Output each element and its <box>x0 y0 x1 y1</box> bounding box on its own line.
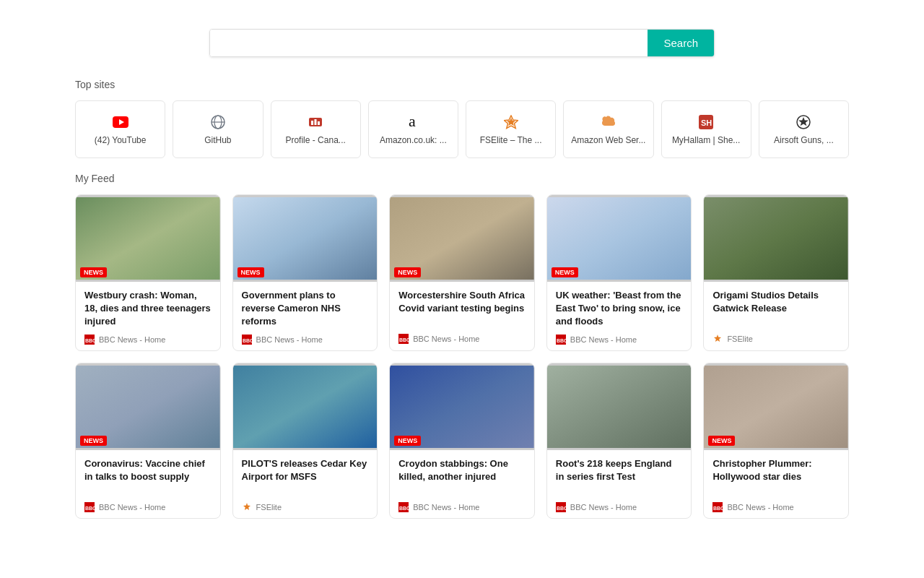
svg-marker-34 <box>243 503 250 510</box>
feed-card-card4[interactable]: NEWS UK weather: 'Beast from the East Tw… <box>546 194 692 351</box>
source-label-card9: BBC News - Home <box>570 503 637 512</box>
card-image-card4: NEWS <box>547 195 692 282</box>
card-body-card8: Croydon stabbings: One killed, another i… <box>390 450 534 518</box>
card-source-card7: FSElite <box>242 502 369 512</box>
feed-section: My Feed NEWS Westbury crash: Woman, 18, … <box>0 173 924 533</box>
svg-text:BBC: BBC <box>85 338 95 343</box>
site-icon-myhallam: SH <box>697 113 715 131</box>
news-badge: NEWS <box>237 267 264 277</box>
news-badge: NEWS <box>80 267 107 277</box>
feed-card-card1[interactable]: NEWS Westbury crash: Woman, 18, dies and… <box>75 194 221 351</box>
svg-text:SH: SH <box>701 118 712 127</box>
card-source-card1: BBC BBC News - Home <box>84 335 212 345</box>
search-area: Search <box>0 0 924 79</box>
svg-rect-33 <box>233 366 378 448</box>
card-body-card5: Origami Studios Details Gatwick Release … <box>704 282 848 350</box>
site-tile-fselite[interactable]: FSElite – The ... <box>466 100 556 158</box>
site-label-profile-cana: Profile - Cana... <box>285 135 345 145</box>
card-body-card3: Worcestershire South Africa Covid varian… <box>390 282 534 350</box>
source-icon-card10: BBC <box>712 502 723 512</box>
search-box: Search <box>209 29 715 57</box>
card-title-card7: PILOT'S releases Cedar Key Airport for M… <box>242 457 369 496</box>
source-label-card10: BBC News - Home <box>727 503 793 512</box>
feed-card-card5[interactable]: Origami Studios Details Gatwick Release … <box>703 194 849 351</box>
svg-text:BBC: BBC <box>243 338 252 343</box>
source-label-card4: BBC News - Home <box>570 335 637 344</box>
source-label-card1: BBC News - Home <box>99 335 165 344</box>
source-icon-card5 <box>712 334 723 344</box>
feed-card-card10[interactable]: NEWS Christopher Plummer: Hollywood star… <box>703 363 849 519</box>
source-icon-card7 <box>242 502 252 512</box>
card-source-card9: BBC BBC News - Home <box>556 502 683 512</box>
card-title-card4: UK weather: 'Beast from the East Two' to… <box>556 289 683 329</box>
card-body-card6: Coronavirus: Vaccine chief in talks to b… <box>76 450 220 518</box>
news-badge: NEWS <box>708 436 735 446</box>
card-title-card9: Root's 218 keeps England in series first… <box>556 457 683 496</box>
card-title-card1: Westbury crash: Woman, 18, dies and thre… <box>84 289 212 329</box>
svg-rect-6 <box>311 121 313 125</box>
site-tile-youtube[interactable]: (42) YouTube <box>75 100 165 158</box>
card-title-card2: Government plans to reverse Cameron NHS … <box>242 289 369 329</box>
svg-rect-38 <box>547 366 692 448</box>
news-badge: NEWS <box>80 436 107 446</box>
source-label-card2: BBC News - Home <box>256 335 323 344</box>
card-image-card10: NEWS <box>704 363 848 450</box>
card-source-card3: BBC BBC News - Home <box>398 334 526 344</box>
source-icon-card1: BBC <box>84 335 95 345</box>
site-icon-github <box>209 113 227 131</box>
card-source-card2: BBC BBC News - Home <box>242 335 369 345</box>
svg-text:BBC: BBC <box>399 506 409 511</box>
card-body-card9: Root's 218 keeps England in series first… <box>547 450 692 518</box>
source-icon-card9: BBC <box>556 502 566 512</box>
site-label-amazon-uk: Amazon.co.uk: ... <box>380 135 447 145</box>
site-label-youtube: (42) YouTube <box>95 135 147 145</box>
source-icon-card2: BBC <box>242 335 252 345</box>
svg-text:BBC: BBC <box>557 506 566 511</box>
svg-text:a: a <box>409 114 416 130</box>
site-label-airsoft: Airsoft Guns, ... <box>774 135 834 145</box>
svg-rect-8 <box>318 121 320 125</box>
site-icon-profile-cana <box>307 113 324 131</box>
card-image-card7 <box>233 363 378 450</box>
card-body-card10: Christopher Plummer: Hollywood star dies… <box>704 450 848 518</box>
card-source-card4: BBC BBC News - Home <box>556 335 683 345</box>
feed-card-card2[interactable]: NEWS Government plans to reverse Cameron… <box>232 194 378 351</box>
search-button[interactable]: Search <box>648 30 714 56</box>
search-input[interactable] <box>210 30 648 56</box>
source-icon-card4: BBC <box>556 335 566 345</box>
card-title-card10: Christopher Plummer: Hollywood star dies <box>712 457 840 496</box>
site-label-github: GitHub <box>204 135 231 145</box>
card-title-card8: Croydon stabbings: One killed, another i… <box>398 457 526 496</box>
card-source-card6: BBC BBC News - Home <box>84 502 212 512</box>
feed-card-card8[interactable]: NEWS Croydon stabbings: One killed, anot… <box>389 363 535 519</box>
top-sites-section: Top sites (42) YouTube GitHub Profile - … <box>0 79 924 173</box>
card-image-card8: NEWS <box>390 363 534 450</box>
feed-card-card9[interactable]: Root's 218 keeps England in series first… <box>546 363 692 519</box>
news-badge: NEWS <box>394 267 421 277</box>
svg-marker-15 <box>798 117 808 126</box>
svg-text:BBC: BBC <box>713 506 723 511</box>
site-icon-youtube <box>112 113 129 131</box>
site-tile-amazon-web[interactable]: Amazon Web Ser... <box>563 100 653 158</box>
card-image-card6: NEWS <box>76 363 220 450</box>
site-tile-amazon-uk[interactable]: a Amazon.co.uk: ... <box>368 100 458 158</box>
site-icon-airsoft <box>795 113 812 131</box>
card-image-card3: NEWS <box>390 195 534 282</box>
site-tile-github[interactable]: GitHub <box>173 100 263 158</box>
feed-card-card6[interactable]: NEWS Coronavirus: Vaccine chief in talks… <box>75 363 221 519</box>
site-tile-profile-cana[interactable]: Profile - Cana... <box>271 100 361 158</box>
card-source-card5: FSElite <box>712 334 840 344</box>
source-label-card8: BBC News - Home <box>413 503 479 512</box>
svg-text:BBC: BBC <box>85 506 95 511</box>
card-source-card10: BBC BBC News - Home <box>712 502 840 512</box>
top-sites-grid: (42) YouTube GitHub Profile - Cana... a … <box>75 100 849 158</box>
site-icon-amazon-uk: a <box>404 113 422 131</box>
feed-card-card7[interactable]: PILOT'S releases Cedar Key Airport for M… <box>232 363 378 519</box>
top-sites-title: Top sites <box>75 79 849 90</box>
card-image-card1: NEWS <box>76 195 220 282</box>
site-tile-airsoft[interactable]: Airsoft Guns, ... <box>759 100 849 158</box>
source-label-card5: FSElite <box>727 335 752 343</box>
svg-rect-7 <box>315 119 317 125</box>
feed-card-card3[interactable]: NEWS Worcestershire South Africa Covid v… <box>389 194 535 351</box>
site-tile-myhallam[interactable]: SH MyHallam | She... <box>661 100 751 158</box>
